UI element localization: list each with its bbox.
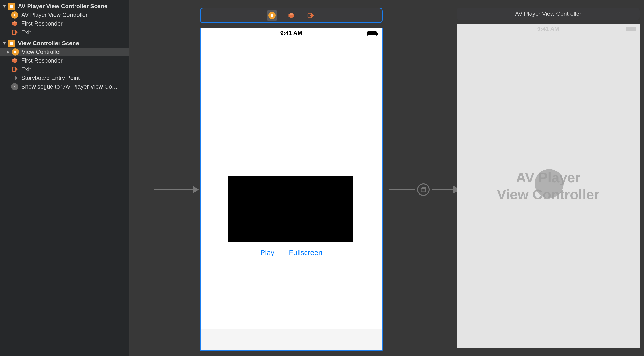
svg-marker-11 <box>192 186 199 193</box>
outline-item-exit[interactable]: Exit <box>0 65 130 74</box>
exit-icon <box>11 29 18 36</box>
scene-title-bar[interactable]: AV Player View Controller <box>457 8 640 20</box>
view-controller-scene[interactable]: 9:41 AM Play Fullscreen <box>200 8 383 351</box>
first-responder-icon <box>11 20 18 27</box>
outline-item-label: Show segue to "AV Player View Co… <box>21 83 118 90</box>
battery-icon <box>368 31 378 37</box>
outline-item-label: AV Player View Controller <box>21 11 88 18</box>
viewcontroller-dock-button[interactable] <box>266 10 277 21</box>
first-responder-icon <box>11 57 18 64</box>
svg-marker-1 <box>14 14 16 16</box>
svg-rect-18 <box>377 33 378 34</box>
outline-item-label: Exit <box>21 29 31 36</box>
avplayer-view-controller-view[interactable]: 9:41 AM AV Player View Controller <box>457 24 640 348</box>
first-responder-dock-button[interactable] <box>286 10 296 21</box>
outline-item-avplayer-vc[interactable]: AV Player View Controller <box>0 11 130 19</box>
outline-item-exit[interactable]: Exit <box>0 28 130 37</box>
bottom-layout-guide <box>200 329 382 351</box>
storyboard-canvas[interactable]: 9:41 AM Play Fullscreen AV <box>130 0 644 356</box>
outline-item-first-responder[interactable]: First Responder <box>0 19 130 28</box>
fullscreen-button[interactable]: Fullscreen <box>289 248 322 257</box>
disclosure-triangle-icon[interactable]: ▶ <box>6 49 11 54</box>
svg-rect-17 <box>368 32 376 35</box>
svg-rect-0 <box>10 5 13 8</box>
segue-arrowhead-icon <box>432 182 460 197</box>
battery-icon <box>626 27 636 31</box>
play-button[interactable]: Play <box>260 248 274 257</box>
disclosure-triangle-icon[interactable]: ▼ <box>2 41 7 46</box>
status-time: 9:41 AM <box>280 30 302 36</box>
segue-line-icon <box>388 182 415 197</box>
exit-dock-button[interactable] <box>305 10 316 21</box>
outline-item-label: View Controller <box>22 48 61 55</box>
scene-header-viewcontroller[interactable]: ▼ View Controller Scene <box>0 39 130 48</box>
entry-point-arrow-icon <box>154 182 200 197</box>
outline-item-label: First Responder <box>21 20 63 27</box>
svg-rect-12 <box>271 14 273 17</box>
outline-item-segue[interactable]: Show segue to "AV Player View Co… <box>0 82 130 91</box>
outline-item-label: Exit <box>21 66 31 73</box>
scene-icon <box>8 3 15 10</box>
view-controller-view[interactable]: 9:41 AM Play Fullscreen <box>200 27 383 351</box>
segue-arrow[interactable] <box>388 182 460 197</box>
scene-title: View Controller Scene <box>18 40 79 47</box>
status-bar: 9:41 AM <box>200 28 382 38</box>
scene-header-avplayer[interactable]: ▼ AV Player View Controller Scene <box>0 2 130 11</box>
status-time: 9:41 AM <box>537 26 559 32</box>
outline-item-label: Storyboard Entry Point <box>21 75 80 81</box>
disclosure-triangle-icon[interactable]: ▼ <box>2 4 7 9</box>
outline-item-first-responder[interactable]: First Responder <box>0 56 130 65</box>
section-divider <box>10 38 120 38</box>
outline-item-entry-point[interactable]: Storyboard Entry Point <box>0 74 130 82</box>
scene-dock-toolbar <box>200 8 383 23</box>
svg-rect-6 <box>14 51 16 53</box>
exit-icon <box>11 66 18 73</box>
document-outline-sidebar: ▼ AV Player View Controller Scene AV Pla… <box>0 0 130 356</box>
status-bar: 9:41 AM <box>457 24 640 34</box>
scene-title: AV Player View Controller Scene <box>18 3 108 10</box>
svg-rect-5 <box>10 42 13 45</box>
viewcontroller-icon <box>12 48 19 56</box>
placeholder-overlay-circle <box>535 169 564 198</box>
scene-icon <box>8 40 15 47</box>
avplayer-view-controller-scene[interactable]: AV Player View Controller 9:41 AM AV Pla… <box>457 8 640 348</box>
outline-item-viewcontroller[interactable]: ▶ View Controller <box>0 48 130 56</box>
viewcontroller-icon <box>11 11 18 18</box>
avplayer-view[interactable] <box>228 176 354 242</box>
segue-icon <box>11 83 18 90</box>
svg-rect-20 <box>421 188 426 192</box>
button-row: Play Fullscreen <box>200 248 382 257</box>
scene-title-label: AV Player View Controller <box>515 10 581 17</box>
outline-item-label: First Responder <box>21 57 63 64</box>
segue-kind-icon <box>417 183 430 196</box>
entry-point-icon <box>11 74 18 82</box>
